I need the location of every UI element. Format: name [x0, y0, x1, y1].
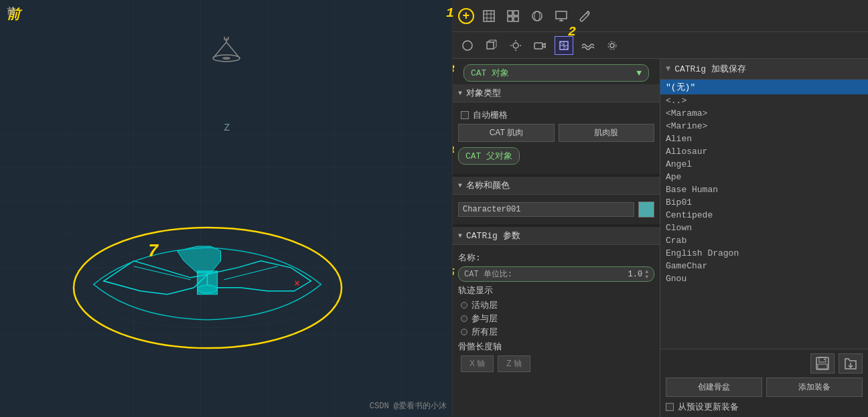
svg-point-17	[198, 285, 218, 293]
svg-text:Z: Z	[224, 122, 230, 133]
active-layer-label: 活动层	[472, 299, 498, 311]
name-color-title: 名称和颜色	[466, 179, 510, 191]
cat-muscle-button[interactable]: CAT 肌肉	[458, 124, 555, 142]
svg-rect-34	[514, 17, 518, 21]
svg-point-59	[824, 359, 825, 360]
toolbar-row1: 1 +	[453, 0, 868, 32]
annotation-1: 1	[446, 5, 454, 21]
toolbar-light-icon[interactable]	[506, 36, 525, 55]
muscle-stock-button[interactable]: 肌肉股	[559, 124, 655, 142]
svg-rect-58	[818, 364, 827, 369]
participating-layer-row: 参与层	[458, 313, 654, 325]
create-skeleton-button[interactable]: 创建骨盆	[666, 378, 762, 397]
catrig-preset-list[interactable]: "(无)"<..><Marama><Marine>AlienAllosaurAn…	[660, 80, 868, 349]
active-layer-radio[interactable]	[461, 302, 467, 309]
muscle-button-row: CAT 肌肉 肌肉股	[458, 124, 654, 142]
catrig-icon-row	[666, 353, 863, 373]
cat-object-selector[interactable]: CAT 对象 ▼	[463, 64, 649, 82]
toolbar-select-icon[interactable]	[480, 7, 498, 25]
participating-layer-radio[interactable]	[461, 315, 467, 322]
toolbar-monitor-icon[interactable]	[552, 7, 571, 25]
toolbar-box-icon[interactable]	[482, 36, 501, 55]
svg-rect-37	[556, 11, 567, 19]
svg-point-54	[610, 44, 614, 48]
list-item[interactable]: Gnou	[660, 272, 868, 285]
auto-grid-checkbox[interactable]	[461, 111, 469, 119]
catrig-collapse-icon[interactable]: ▼	[666, 64, 670, 74]
catrig-save-icon[interactable]	[810, 353, 835, 373]
name-color-content	[453, 195, 660, 224]
auto-grid-label: 自动栅格	[473, 109, 508, 121]
cat-object-label: CAT 对象	[471, 67, 509, 79]
x-axis-button[interactable]: X 轴	[461, 355, 494, 372]
list-item[interactable]: "(无)"	[660, 80, 868, 94]
list-item[interactable]: Base Human	[660, 183, 868, 196]
cat-parent-selector[interactable]: CAT 父对象	[458, 147, 520, 165]
viewport-camera-icon	[210, 37, 243, 66]
active-layer-row: 活动层	[458, 299, 654, 311]
name-color-triangle: ▼	[458, 182, 462, 189]
object-type-header[interactable]: ▼ 对象类型	[453, 84, 660, 102]
track-display-radio-group: 活动层 参与层 所有层	[458, 299, 654, 338]
name-color-header[interactable]: ▼ 名称和颜色	[453, 177, 660, 195]
list-item[interactable]: Crab	[660, 234, 868, 247]
unit-ratio-arrows[interactable]: ▲ ▼	[645, 269, 648, 280]
svg-point-36	[534, 11, 540, 21]
catrig-load-icon[interactable]	[839, 353, 863, 373]
viewport-front-label: 前	[7, 5, 16, 17]
axis-row: X 轴 Z 轴	[458, 355, 654, 372]
unit-ratio-spinner[interactable]: CAT 单位比: 1.0 ▲ ▼	[458, 266, 654, 282]
toolbar-sphere-icon[interactable]	[528, 7, 547, 25]
list-item[interactable]: English Dragon	[660, 247, 868, 260]
list-item[interactable]: Alien	[660, 133, 868, 145]
svg-rect-26	[484, 11, 494, 21]
list-item[interactable]: Ape	[660, 171, 868, 183]
list-item[interactable]: Centipede	[660, 209, 868, 222]
update-checkbox-row: 从预设更新装备	[666, 401, 863, 413]
list-item[interactable]: Allosaur	[660, 145, 868, 158]
svg-point-41	[463, 41, 472, 50]
catrig-panel: ▼ CATRig 加载保存 "(无)"<..><Marama><Marine>A…	[660, 59, 868, 417]
participating-layer-label: 参与层	[472, 313, 498, 325]
toolbar-camera-icon[interactable]	[530, 36, 549, 55]
toolbar-grid-icon[interactable]	[504, 7, 522, 25]
toolbar-circle2-icon[interactable]	[458, 36, 477, 55]
add-button[interactable]: +	[458, 8, 474, 24]
list-item[interactable]: Angel	[660, 158, 868, 171]
svg-rect-56	[816, 357, 828, 369]
catrig-main-buttons: 创建骨盆 添加装备	[666, 378, 863, 397]
character-name-input[interactable]	[458, 202, 634, 217]
list-item[interactable]: Bip01	[660, 196, 868, 209]
toolbar-gear-icon[interactable]	[603, 36, 622, 55]
list-item[interactable]: <..>	[660, 94, 868, 107]
update-checkbox[interactable]	[666, 403, 674, 411]
annotation-5: 5	[453, 266, 455, 280]
list-item[interactable]: GameChar	[660, 260, 868, 272]
cat-object-dropdown-arrow: ▼	[636, 68, 642, 78]
right-panel: 1 +	[453, 0, 868, 417]
svg-rect-32	[514, 11, 518, 15]
svg-text:×: ×	[294, 278, 299, 289]
list-item[interactable]: Clown	[660, 222, 868, 234]
unit-ratio-down[interactable]: ▼	[645, 274, 648, 280]
color-swatch[interactable]	[638, 201, 654, 218]
all-layers-row: 所有层	[458, 326, 654, 338]
watermark: CSDN @爱看书的小沐	[370, 400, 447, 412]
catrig-actions: 创建骨盆 添加装备 从预设更新装备	[660, 349, 868, 417]
all-layers-radio[interactable]	[461, 329, 467, 335]
list-item[interactable]: <Marine>	[660, 120, 868, 133]
list-item[interactable]: <Marama>	[660, 107, 868, 120]
object-type-triangle: ▼	[458, 90, 462, 97]
add-rig-button[interactable]: 添加装备	[766, 378, 863, 397]
character-name-row	[458, 201, 654, 218]
catrig-params-triangle: ▼	[458, 232, 462, 240]
toolbar-waves-icon[interactable]	[579, 36, 597, 55]
viewport-panel: Z ×	[0, 0, 453, 417]
z-axis-button[interactable]: Z 轴	[498, 355, 530, 372]
catrig-params-header[interactable]: ▼ CATRig 参数	[453, 227, 660, 245]
toolbar-wrench-icon[interactable]	[576, 7, 595, 25]
all-layers-label: 所有层	[472, 326, 498, 338]
annotation-7: 7	[147, 241, 159, 262]
object-type-content: 自动栅格 CAT 肌肉 肌肉股 4 CAT 父对象	[453, 102, 660, 174]
svg-point-45	[513, 43, 518, 48]
